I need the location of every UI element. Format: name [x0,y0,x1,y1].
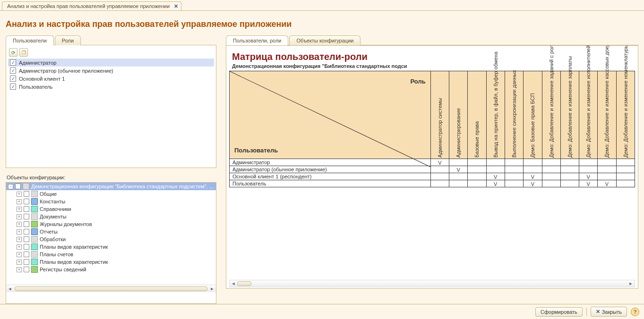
expand-icon[interactable]: + [17,244,22,250]
collapse-icon[interactable]: - [8,184,13,189]
tree-row[interactable]: +Общие [6,190,216,198]
matrix-cell[interactable] [430,173,449,180]
user-row[interactable]: Администратор [8,59,214,67]
checkbox-icon[interactable] [24,259,29,265]
matrix-cell[interactable] [430,166,449,173]
matrix-cell[interactable]: V [449,166,468,173]
tree-row[interactable]: +Справочники [6,205,216,213]
matrix-cell[interactable] [524,166,542,173]
checkbox-icon[interactable] [24,191,29,197]
tree-horizontal-scrollbar[interactable]: ◄ ► [6,285,216,292]
tree-row[interactable]: +Обработки [6,235,216,243]
user-row[interactable]: Основной клиент 1 [8,75,214,83]
scroll-thumb[interactable] [237,281,251,286]
matrix-cell[interactable] [616,173,635,180]
checkbox-icon[interactable] [24,244,29,250]
matrix-cell[interactable] [505,159,523,166]
tab-config-objects[interactable]: Объекты конфигурации [289,35,361,45]
matrix-cell[interactable] [449,173,468,180]
matrix-cell[interactable] [486,166,505,173]
checkbox-icon[interactable] [24,206,29,212]
expand-icon[interactable]: + [17,199,22,204]
tree-row[interactable]: +Журналы документов [6,220,216,228]
matrix-cell[interactable] [560,159,579,166]
matrix-cell[interactable] [505,173,523,180]
tree-row[interactable]: +Константы [6,198,216,205]
user-row[interactable]: Администратор (обычное приложение) [8,67,214,75]
matrix-cell[interactable] [560,166,579,173]
expand-icon[interactable]: + [17,252,22,257]
tab-users-roles[interactable]: Пользователи, роли [226,35,288,45]
tree-row[interactable]: +Отчеты [6,228,216,235]
matrix-cell[interactable] [616,166,635,173]
window-tab[interactable]: Анализ и настройка прав пользователей уп… [2,1,181,10]
tree-row[interactable]: +Регистры сведений [6,266,216,273]
matrix-horizontal-scrollbar[interactable]: ◄ ► [229,280,635,287]
matrix-cell[interactable] [449,159,468,166]
scroll-right-icon[interactable]: ► [627,281,635,286]
matrix-cell[interactable] [468,159,486,166]
matrix-cell[interactable] [598,173,616,180]
tree-row[interactable]: +Планы счетов [6,251,216,258]
matrix-cell[interactable] [486,159,505,166]
matrix-cell[interactable]: V [486,173,505,180]
expand-icon[interactable]: + [17,192,22,197]
tab-roles[interactable]: Роли [55,35,81,45]
expand-icon[interactable]: + [17,260,22,265]
tree-row[interactable]: +Планы видов характеристик [6,243,216,251]
expand-icon[interactable]: + [17,222,22,227]
checkbox-icon[interactable] [24,199,29,204]
checkbox-icon[interactable] [24,236,29,242]
matrix-cell[interactable]: V [524,173,542,180]
tree-row[interactable]: +Документы [6,213,216,220]
refresh-button[interactable]: ⟳ [9,48,17,57]
tab-users[interactable]: Пользователи [6,35,54,45]
matrix-cell[interactable] [542,159,560,166]
user-row[interactable]: Пользователь [8,83,214,91]
matrix-cell[interactable] [579,166,598,173]
tree-row[interactable]: +Планы видов характеристик [6,258,216,266]
checkbox-icon[interactable] [10,84,16,90]
close-icon[interactable]: ✕ [174,3,178,9]
matrix-cell[interactable] [560,180,579,187]
matrix-cell[interactable]: V [579,180,598,187]
matrix-cell[interactable] [505,166,523,173]
expand-icon[interactable]: + [17,267,22,272]
matrix-cell[interactable]: V [598,180,616,187]
matrix-cell[interactable] [560,173,579,180]
matrix-cell[interactable] [468,166,486,173]
matrix-cell[interactable] [468,180,486,187]
matrix-cell[interactable]: V [486,180,505,187]
scroll-left-icon[interactable]: ◄ [230,281,237,286]
matrix-cell[interactable] [505,180,523,187]
matrix-cell[interactable] [616,159,635,166]
matrix-cell[interactable]: V [579,173,598,180]
matrix-cell[interactable] [598,166,616,173]
checkbox-icon[interactable] [10,76,16,82]
matrix-cell[interactable]: V [430,159,449,166]
checkbox-icon[interactable] [24,252,29,257]
matrix-cell[interactable] [616,180,635,187]
checkbox-icon[interactable] [10,67,16,74]
matrix-cell[interactable] [449,180,468,187]
matrix-cell[interactable]: V [524,180,542,187]
copy-button[interactable]: ❐ [19,48,28,57]
checkbox-icon[interactable] [24,229,29,235]
matrix-cell[interactable] [468,173,486,180]
generate-button[interactable]: Сформировать [535,307,583,317]
help-button[interactable]: ? [631,308,639,316]
checkbox-icon[interactable] [10,59,16,66]
scroll-left-icon[interactable]: ◄ [6,286,14,291]
expand-icon[interactable]: + [17,229,22,235]
checkbox-icon[interactable] [24,267,29,272]
matrix-cell[interactable] [598,159,616,166]
scroll-thumb[interactable] [15,286,207,291]
matrix-cell[interactable] [524,159,542,166]
expand-icon[interactable]: + [17,207,22,212]
matrix-cell[interactable] [542,173,560,180]
checkbox-icon[interactable] [24,214,29,219]
expand-icon[interactable]: + [17,237,22,242]
scroll-right-icon[interactable]: ► [208,286,216,291]
tree-row[interactable]: -Демонстрационная конфигурация "Библиоте… [6,183,216,190]
matrix-cell[interactable] [430,180,449,187]
